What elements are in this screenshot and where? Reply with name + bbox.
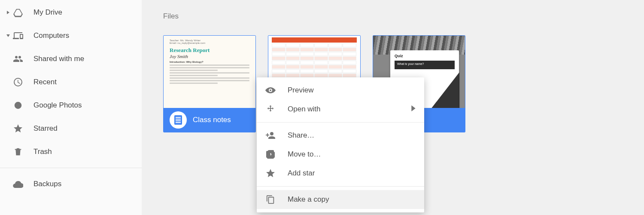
collapse-icon[interactable] bbox=[4, 34, 12, 38]
section-heading-files: Files bbox=[163, 12, 623, 21]
sidebar-item-recent[interactable]: Recent bbox=[0, 71, 142, 94]
people-icon bbox=[13, 54, 23, 64]
sidebar-item-my-drive[interactable]: My Drive bbox=[0, 1, 142, 24]
file-thumbnail: Teacher: Ms. Wendy WriterEmail: no_reply… bbox=[164, 36, 255, 108]
sidebar-item-label: My Drive bbox=[33, 8, 62, 17]
context-menu-separator bbox=[257, 122, 424, 123]
file-card-footer: Class notes bbox=[164, 108, 255, 132]
thumb-title: Research Report bbox=[170, 47, 249, 54]
sidebar-item-computers[interactable]: Computers bbox=[0, 24, 142, 47]
context-menu-label: Open with bbox=[288, 105, 321, 114]
folder-arrow-icon bbox=[265, 149, 276, 160]
context-menu-label: Move to… bbox=[288, 150, 321, 159]
sidebar-item-label: Computers bbox=[33, 31, 69, 40]
sidebar-item-label: Starred bbox=[33, 124, 58, 133]
drive-icon bbox=[13, 7, 23, 18]
context-menu-open-with[interactable]: Open with bbox=[257, 100, 424, 119]
sidebar-item-label: Google Photos bbox=[33, 101, 82, 110]
sidebar-divider bbox=[0, 168, 142, 168]
sidebar-item-shared[interactable]: Shared with me bbox=[0, 47, 142, 71]
file-card-class-notes[interactable]: Teacher: Ms. Wendy WriterEmail: no_reply… bbox=[163, 35, 256, 132]
context-menu-label: Share… bbox=[288, 131, 314, 140]
context-menu-share[interactable]: Share… bbox=[257, 126, 424, 145]
sidebar-item-photos[interactable]: Google Photos bbox=[0, 94, 142, 117]
sidebar-item-label: Backups bbox=[33, 180, 61, 188]
context-menu-separator bbox=[257, 186, 424, 187]
pinwheel-icon bbox=[13, 100, 23, 111]
clock-icon bbox=[13, 77, 23, 87]
sidebar-item-label: Shared with me bbox=[33, 55, 84, 63]
context-menu: Preview Open with Share… Move to… Add st… bbox=[257, 77, 424, 212]
eye-icon bbox=[265, 85, 276, 95]
sidebar-item-label: Trash bbox=[33, 147, 52, 156]
expand-icon[interactable] bbox=[4, 10, 12, 15]
context-menu-preview[interactable]: Preview bbox=[257, 81, 424, 100]
context-menu-star[interactable]: Add star bbox=[257, 164, 424, 183]
person-add-icon bbox=[265, 130, 276, 141]
thumb-author: Joy Smith bbox=[170, 54, 249, 59]
context-menu-label: Add star bbox=[288, 169, 315, 178]
context-menu-make-copy[interactable]: Make a copy bbox=[257, 190, 424, 209]
star-icon bbox=[265, 168, 276, 178]
sidebar-item-label: Recent bbox=[33, 78, 57, 86]
devices-icon bbox=[13, 31, 23, 41]
cloud-icon bbox=[13, 179, 23, 189]
context-menu-move[interactable]: Move to… bbox=[257, 145, 424, 164]
sidebar: My Drive Computers Shared with me Recent… bbox=[0, 0, 142, 215]
docs-icon bbox=[170, 111, 187, 129]
chevron-right-icon bbox=[411, 105, 416, 114]
sidebar-item-starred[interactable]: Starred bbox=[0, 117, 142, 140]
sidebar-item-backups[interactable]: Backups bbox=[0, 172, 142, 196]
trash-icon bbox=[13, 147, 23, 157]
star-icon bbox=[13, 123, 23, 134]
context-menu-label: Preview bbox=[288, 86, 313, 95]
file-name-label: Class notes bbox=[193, 116, 231, 124]
move-arrows-icon bbox=[265, 104, 276, 114]
context-menu-label: Make a copy bbox=[288, 195, 329, 204]
copy-icon bbox=[265, 194, 276, 205]
sidebar-item-trash[interactable]: Trash bbox=[0, 140, 142, 163]
